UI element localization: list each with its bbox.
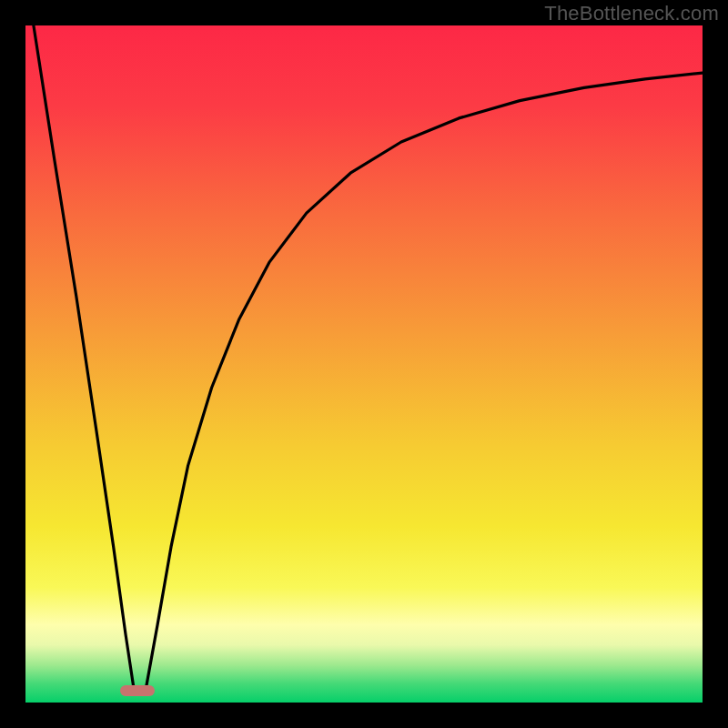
watermark-text: TheBottleneck.com xyxy=(544,2,719,25)
chart-frame: TheBottleneck.com xyxy=(0,0,728,728)
optimal-marker xyxy=(120,685,155,696)
plot-area xyxy=(25,25,703,703)
bottleneck-curve xyxy=(25,25,703,703)
